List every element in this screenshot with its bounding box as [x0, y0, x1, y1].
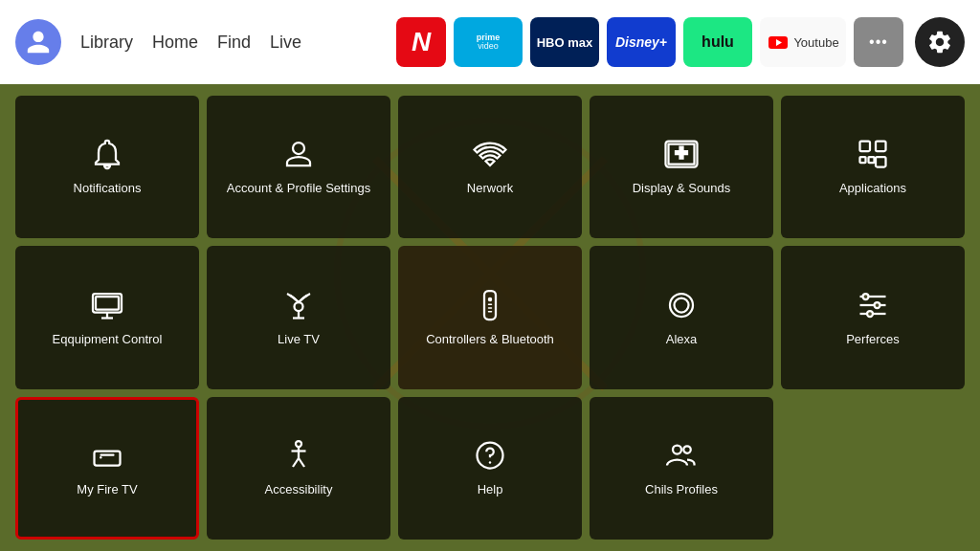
svg-rect-8	[860, 157, 866, 163]
preferences-label: Perferces	[846, 332, 900, 348]
help-icon	[473, 438, 507, 473]
firetv-icon	[90, 438, 124, 473]
live-tv-cell[interactable]: Live TV	[207, 246, 390, 388]
netflix-logo: N	[412, 27, 431, 57]
svg-rect-5	[860, 142, 871, 152]
prime-video-button[interactable]: prime video	[454, 17, 523, 67]
apps-icon	[856, 137, 890, 171]
controllers-bluetooth-label: Controllers & Bluetooth	[426, 332, 554, 348]
svg-rect-31	[100, 453, 115, 455]
user-avatar[interactable]	[15, 19, 61, 65]
person-icon	[281, 137, 316, 171]
accessibility-label: Accessibility	[265, 482, 333, 498]
nav-library[interactable]: Library	[80, 33, 133, 53]
nav-home[interactable]: Home	[152, 33, 198, 53]
live-tv-label: Live TV	[278, 332, 320, 348]
network-cell[interactable]: Nerwork	[398, 96, 582, 238]
hbo-logo: HBO max	[537, 35, 593, 50]
preferences-cell[interactable]: Perferces	[781, 246, 965, 388]
hulu-button[interactable]: hulu	[683, 17, 752, 67]
alexa-label: Alexa	[666, 332, 698, 348]
network-label: Nerwork	[467, 181, 513, 197]
gear-icon	[926, 29, 953, 55]
help-label: Help	[478, 482, 503, 498]
youtube-icon	[767, 31, 790, 54]
hulu-logo: hulu	[702, 33, 734, 51]
svg-rect-20	[488, 307, 493, 309]
settings-button[interactable]	[915, 17, 965, 67]
svg-point-18	[488, 297, 493, 301]
my-fire-tv-label: My Fire TV	[77, 482, 137, 498]
svg-point-41	[683, 446, 691, 453]
help-cell[interactable]: Help	[398, 397, 582, 540]
svg-line-37	[299, 458, 304, 467]
display-icon	[664, 137, 699, 171]
wifi-icon	[473, 137, 507, 171]
svg-point-14	[295, 302, 303, 311]
svg-rect-19	[488, 303, 493, 305]
main-nav: Library Home Find Live	[80, 33, 301, 53]
display-sounds-cell[interactable]: Display & Sounds	[590, 96, 773, 238]
child-profiles-label: Chils Profiles	[645, 482, 718, 498]
svg-point-27	[863, 294, 869, 299]
account-profile-cell[interactable]: Account & Profile Settings	[207, 96, 390, 238]
svg-point-29	[867, 311, 873, 317]
applications-label: Applications	[839, 181, 906, 197]
applications-cell[interactable]: Applications	[781, 96, 965, 238]
more-icon: •••	[869, 33, 888, 51]
settings-grid: Notifications Account & Profile Settings…	[0, 84, 980, 551]
notifications-cell[interactable]: Notifications	[15, 96, 199, 238]
bell-icon	[90, 137, 124, 171]
my-fire-tv-cell[interactable]: My Fire TV	[15, 397, 199, 540]
antenna-icon	[281, 288, 316, 322]
equipment-control-label: Eqquipment Control	[53, 332, 163, 348]
app-shortcuts: N prime video HBO max Disney+ hulu	[396, 17, 903, 67]
child-profiles-cell[interactable]: Chils Profiles	[590, 397, 773, 540]
svg-point-39	[489, 461, 491, 463]
header: Library Home Find Live N prime video HBO…	[0, 0, 980, 84]
more-apps-button[interactable]: •••	[854, 17, 903, 67]
alexa-cell[interactable]: Alexa	[590, 246, 773, 388]
svg-point-32	[100, 456, 101, 458]
equipment-control-cell[interactable]: Eqquipment Control	[15, 246, 199, 388]
svg-rect-9	[869, 157, 875, 163]
svg-point-40	[673, 445, 681, 453]
sliders-icon	[856, 288, 890, 322]
alexa-icon	[664, 288, 699, 322]
nav-live[interactable]: Live	[270, 33, 301, 53]
svg-rect-30	[95, 451, 121, 465]
svg-rect-13	[96, 297, 119, 310]
svg-rect-21	[488, 311, 493, 313]
notifications-label: Notifications	[74, 181, 142, 197]
svg-line-36	[293, 458, 299, 467]
svg-rect-6	[876, 142, 886, 152]
svg-point-28	[875, 302, 880, 308]
nav-find[interactable]: Find	[217, 33, 251, 53]
svg-rect-7	[876, 157, 886, 167]
controllers-bluetooth-cell[interactable]: Controllers & Bluetooth	[398, 246, 582, 388]
hbo-max-button[interactable]: HBO max	[530, 17, 599, 67]
display-sounds-label: Display & Sounds	[633, 181, 731, 197]
prime-logo: prime video	[477, 33, 501, 51]
monitor-icon	[90, 288, 124, 322]
accessibility-icon	[281, 438, 316, 473]
netflix-button[interactable]: N	[396, 17, 446, 67]
disney-plus-button[interactable]: Disney+	[607, 17, 676, 67]
remote-icon	[473, 288, 507, 322]
accessibility-cell[interactable]: Accessibility	[207, 397, 390, 540]
disney-logo: Disney+	[615, 34, 667, 50]
svg-point-33	[296, 441, 301, 447]
youtube-label: Youtube	[793, 35, 838, 50]
account-profile-label: Account & Profile Settings	[227, 181, 370, 197]
svg-point-23	[675, 298, 689, 312]
youtube-button[interactable]: Youtube	[760, 17, 846, 67]
profiles-icon	[664, 438, 699, 473]
